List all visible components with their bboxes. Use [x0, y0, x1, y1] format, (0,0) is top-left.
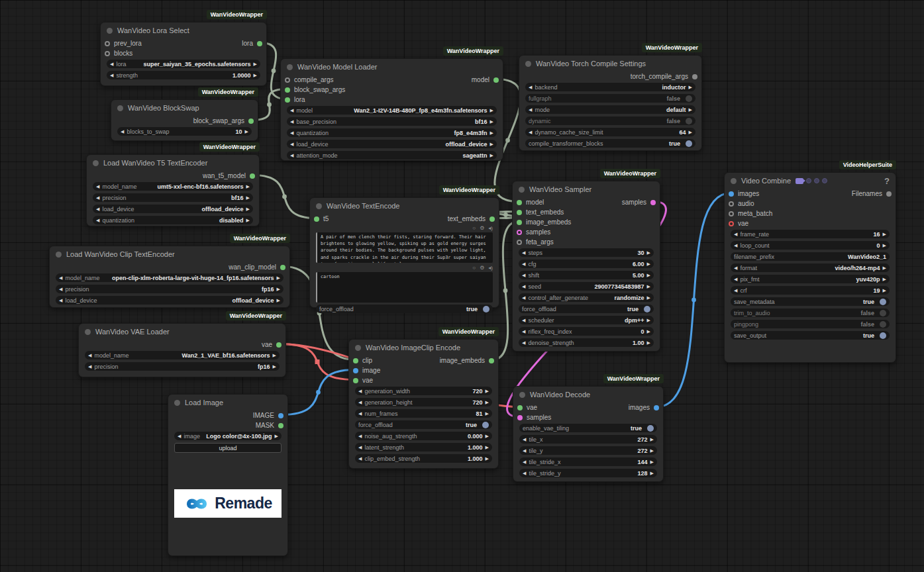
widget-load_device[interactable]: ◀load_deviceoffload_device▶	[93, 205, 253, 213]
widget-attention_mode[interactable]: ◀attention_modesageattn▶	[287, 151, 497, 160]
decrement-arrow[interactable]: ◀	[522, 284, 525, 289]
graph-canvas[interactable]: WanVideoWrapperWanVideo Lora Selectprev_…	[0, 0, 924, 572]
collapse-dot[interactable]	[117, 105, 123, 111]
node-sampler[interactable]: WanVideoWrapperWanVideo Samplermodeltext…	[512, 181, 660, 352]
output-port-dot-torch_compile_args[interactable]	[692, 74, 697, 79]
output-port-torch_compile_args[interactable]: torch_compile_args	[631, 72, 697, 81]
decrement-arrow[interactable]: ◀	[88, 364, 91, 369]
input-port-dot-samples[interactable]	[517, 230, 522, 235]
increment-arrow[interactable]: ▶	[883, 243, 886, 248]
output-port-dot-IMAGE[interactable]	[278, 413, 283, 418]
input-port-dot-model[interactable]	[517, 200, 522, 205]
widget-scheduler[interactable]: ◀schedulerdpm++▶	[519, 316, 654, 324]
increment-arrow[interactable]: ▶	[273, 353, 276, 358]
widget-quantization[interactable]: ◀quantizationdisabled▶	[93, 216, 253, 224]
input-port-dot-images[interactable]	[729, 191, 734, 197]
collapse-dot[interactable]	[519, 187, 525, 193]
input-port-image_embeds[interactable]: image_embeds	[517, 217, 571, 227]
increment-arrow[interactable]: ▶	[246, 207, 250, 212]
decrement-arrow[interactable]: ◀	[121, 129, 124, 134]
input-port-meta_batch[interactable]: meta_batch	[729, 209, 772, 218]
input-port-image[interactable]: image	[353, 365, 380, 375]
widget-load_device[interactable]: ◀load_deviceoffload_device▶	[287, 140, 497, 148]
collapse-dot[interactable]	[519, 392, 525, 398]
output-port-wan_clip_model[interactable]: wan_clip_model	[229, 262, 285, 272]
widget-latent_strength[interactable]: ◀latent_strength1.000▶	[355, 443, 492, 452]
collapse-dot[interactable]	[731, 178, 737, 184]
decrement-arrow[interactable]: ◀	[96, 207, 99, 212]
widget-mode[interactable]: ◀modedefault▶	[525, 105, 695, 114]
input-port-dot-t5[interactable]	[314, 216, 319, 222]
increment-arrow[interactable]: ▶	[689, 130, 692, 135]
collapse-dot[interactable]	[316, 203, 322, 209]
input-port-dot-vae[interactable]	[353, 378, 358, 383]
widget-tile_y[interactable]: ◀tile_y272▶	[519, 446, 657, 455]
increment-arrow[interactable]: ▶	[883, 232, 886, 237]
increment-arrow[interactable]: ▶	[486, 411, 489, 416]
decrement-arrow[interactable]: ◀	[522, 318, 525, 323]
decrement-arrow[interactable]: ◀	[529, 85, 532, 90]
input-port-vae[interactable]: vae	[517, 403, 537, 412]
input-port-t5[interactable]: t5	[314, 214, 329, 224]
widget-model[interactable]: ◀modelWan2_1-I2V-14B-480P_fp8_e4m3fn.saf…	[287, 106, 497, 115]
widget-model_name[interactable]: ◀model_nameumt5-xxl-enc-bf16.safetensors…	[93, 182, 253, 191]
input-port-dot-image[interactable]	[353, 368, 358, 373]
input-port-vae[interactable]: vae	[729, 218, 748, 228]
input-port-images[interactable]: images	[729, 189, 759, 199]
decrement-arrow[interactable]: ◀	[358, 411, 362, 416]
increment-arrow[interactable]: ▶	[486, 456, 489, 461]
toggle-knob[interactable]	[686, 140, 692, 147]
decrement-arrow[interactable]: ◀	[522, 295, 525, 301]
output-port-dot-vae[interactable]	[276, 342, 282, 348]
toggle-fullgraph[interactable]: fullgraphfalse	[525, 94, 695, 103]
widget-riflex_freq_index[interactable]: ◀riflex_freq_index0▶	[519, 327, 654, 336]
increment-arrow[interactable]: ▶	[689, 85, 692, 90]
link-midpoint-dot[interactable]	[503, 289, 508, 293]
decrement-arrow[interactable]: ◀	[522, 273, 525, 278]
negative-prompt-textarea[interactable]: cartoon	[316, 272, 493, 303]
increment-arrow[interactable]: ▶	[277, 287, 280, 292]
decrement-arrow[interactable]: ◀	[529, 107, 532, 113]
input-port-lora[interactable]: lora	[285, 95, 305, 105]
widget-precision[interactable]: ◀precisionfp16▶	[56, 285, 283, 293]
node-model-loader[interactable]: WanVideoWrapperWanVideo Model Loadercomp…	[280, 58, 503, 161]
widget-tile_stride_x[interactable]: ◀tile_stride_x144▶	[519, 457, 657, 466]
node-load-image[interactable]: Load ImageIMAGEMASK◀imageLogo color@4x-1…	[168, 394, 288, 556]
collapse-dot[interactable]	[93, 160, 99, 166]
decrement-arrow[interactable]: ◀	[358, 400, 362, 405]
decrement-arrow[interactable]: ◀	[734, 232, 737, 237]
toggle-knob[interactable]	[880, 310, 886, 316]
input-port-dot-samples[interactable]	[517, 415, 523, 420]
toggle-knob[interactable]	[644, 306, 650, 312]
decrement-arrow[interactable]: ◀	[529, 130, 532, 135]
widget-clip_embed_strength[interactable]: ◀clip_embed_strength1.000▶	[355, 454, 492, 463]
decrement-arrow[interactable]: ◀	[110, 62, 113, 67]
collapse-dot[interactable]	[107, 28, 113, 34]
increment-arrow[interactable]: ▶	[277, 275, 280, 281]
decrement-arrow[interactable]: ◀	[734, 265, 737, 271]
help-icon[interactable]: ?	[884, 176, 890, 186]
toggle-knob[interactable]	[483, 306, 489, 312]
widget-shift[interactable]: ◀shift5.00▶	[519, 271, 654, 279]
toggle-pingpong[interactable]: pingpongfalse	[731, 320, 890, 328]
increment-arrow[interactable]: ▶	[647, 250, 650, 256]
toggle-save_output[interactable]: save_outputtrue	[731, 331, 890, 340]
input-port-feta_args[interactable]: feta_args	[517, 237, 554, 247]
collapse-dot[interactable]	[85, 329, 91, 335]
input-port-dot-meta_batch[interactable]	[729, 211, 734, 216]
increment-arrow[interactable]: ▶	[883, 265, 886, 271]
decrement-arrow[interactable]: ◀	[358, 456, 362, 461]
increment-arrow[interactable]: ▶	[650, 471, 654, 476]
increment-arrow[interactable]: ▶	[254, 73, 257, 78]
input-port-samples[interactable]: samples	[517, 412, 551, 422]
toggle-enable_vae_tiling[interactable]: enable_vae_tilingtrue	[519, 424, 657, 432]
input-port-prev_lora[interactable]: prev_lora	[105, 38, 142, 48]
increment-arrow[interactable]: ▶	[275, 434, 278, 439]
toggle-knob[interactable]	[880, 321, 886, 328]
output-port-text_embeds[interactable]: text_embeds	[448, 214, 495, 224]
output-port-MASK[interactable]: MASK	[256, 420, 283, 430]
increment-arrow[interactable]: ▶	[647, 284, 650, 289]
input-port-dot-block_swap_args[interactable]	[285, 87, 290, 93]
toggle-knob[interactable]	[686, 118, 692, 124]
decrement-arrow[interactable]: ◀	[523, 471, 526, 476]
